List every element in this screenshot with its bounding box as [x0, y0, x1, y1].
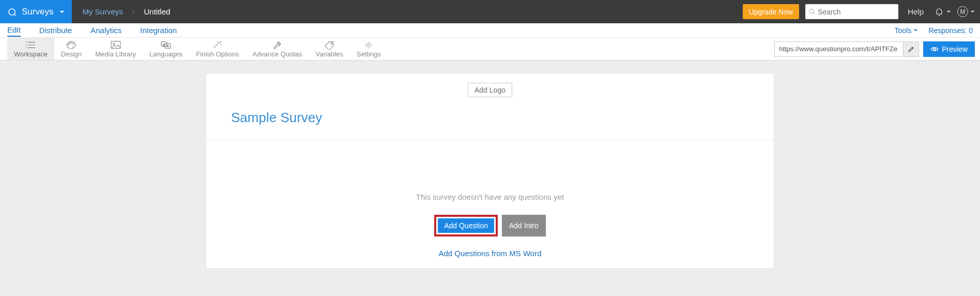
caret-down-icon: [913, 28, 918, 33]
tab-edit[interactable]: Edit: [7, 24, 21, 37]
bell-icon: [934, 7, 944, 17]
tab-integration[interactable]: Integration: [140, 24, 177, 36]
wrench-icon: [272, 40, 283, 50]
palette-icon: [66, 40, 77, 50]
tool-settings[interactable]: Settings: [350, 38, 388, 60]
tools-dropdown[interactable]: Tools: [895, 26, 918, 35]
magic-wand-icon: [212, 40, 223, 50]
tag-icon: [324, 40, 335, 50]
app-logo-icon: [7, 7, 17, 17]
tool-label: Settings: [357, 50, 381, 58]
svg-point-4: [73, 43, 74, 44]
tutorial-highlight: Add Question: [434, 215, 498, 236]
caret-down-icon: [946, 9, 951, 14]
svg-point-0: [9, 9, 15, 15]
svg-point-9: [331, 42, 332, 44]
languages-icon: [160, 40, 172, 50]
svg-point-6: [113, 43, 115, 45]
tool-label: Design: [61, 50, 82, 58]
svg-point-11: [933, 48, 936, 50]
search-input[interactable]: [818, 8, 895, 16]
add-logo-button[interactable]: Add Logo: [468, 83, 512, 97]
svg-point-3: [70, 42, 71, 43]
help-link[interactable]: Help: [901, 0, 930, 23]
caret-down-icon: [970, 9, 975, 14]
tool-variables[interactable]: Variables: [309, 38, 350, 60]
user-menu[interactable]: M: [955, 0, 980, 23]
survey-title[interactable]: Sample Survey: [231, 110, 774, 126]
top-bar: Surveys My Surveys › Untitled Upgrade No…: [0, 0, 980, 23]
tool-label: Advance Quotas: [252, 50, 302, 58]
avatar: M: [957, 6, 968, 17]
tool-label: Languages: [149, 50, 182, 58]
add-question-button[interactable]: Add Question: [438, 218, 494, 233]
tool-design[interactable]: Design: [54, 38, 88, 60]
tool-workspace[interactable]: Workspace: [7, 38, 54, 60]
empty-state-text: This survey doesn't have any questions y…: [206, 193, 774, 201]
tool-label: Finish Options: [196, 50, 239, 58]
upgrade-button[interactable]: Upgrade Now: [743, 4, 800, 19]
section-tabs: Edit Distribute Analytics Integration To…: [0, 23, 980, 38]
svg-point-10: [368, 43, 370, 46]
breadcrumb: My Surveys › Untitled: [72, 0, 170, 23]
workspace-icon: [25, 40, 36, 50]
search-icon: [808, 8, 816, 16]
tab-analytics[interactable]: Analytics: [90, 24, 121, 36]
pencil-icon: [908, 46, 915, 53]
edit-url-button[interactable]: [903, 42, 918, 56]
responses-count[interactable]: Responses: 0: [928, 26, 973, 35]
tools-label: Tools: [895, 26, 912, 35]
svg-point-1: [809, 9, 814, 13]
svg-point-2: [68, 43, 69, 45]
tool-label: Workspace: [14, 50, 48, 58]
preview-button[interactable]: Preview: [923, 41, 975, 57]
editor-toolbar: Workspace Design Media Library Languages: [0, 38, 980, 61]
add-intro-button[interactable]: Add Intro: [502, 215, 546, 236]
tab-distribute[interactable]: Distribute: [39, 24, 72, 36]
tool-media-library[interactable]: Media Library: [88, 38, 143, 60]
eye-icon: [930, 45, 939, 53]
tool-languages[interactable]: Languages: [143, 38, 189, 60]
editor-canvas-wrap: Add Logo Sample Survey This survey doesn…: [0, 61, 980, 296]
app-name: Surveys: [22, 7, 53, 17]
tool-label: Variables: [316, 50, 343, 58]
app-switcher[interactable]: Surveys: [0, 0, 72, 23]
survey-canvas: Add Logo Sample Survey This survey doesn…: [206, 73, 774, 269]
survey-url-box: [774, 41, 919, 57]
add-from-msword-link[interactable]: Add Questions from MS Word: [206, 249, 774, 258]
breadcrumb-my-surveys[interactable]: My Surveys: [82, 7, 122, 16]
chevron-right-icon: ›: [132, 8, 135, 16]
caret-down-icon: [59, 9, 65, 14]
survey-url-input[interactable]: [775, 45, 903, 53]
notifications-menu[interactable]: [930, 0, 955, 23]
tool-advance-quotas[interactable]: Advance Quotas: [246, 38, 309, 60]
gear-icon: [363, 40, 374, 50]
image-icon: [110, 40, 121, 50]
avatar-initial: M: [960, 8, 966, 16]
global-search[interactable]: [805, 4, 898, 19]
tool-label: Media Library: [95, 50, 136, 58]
empty-state: This survey doesn't have any questions y…: [206, 141, 774, 268]
preview-label: Preview: [942, 45, 968, 53]
breadcrumb-current: Untitled: [144, 7, 170, 16]
tool-finish-options[interactable]: Finish Options: [189, 38, 246, 60]
